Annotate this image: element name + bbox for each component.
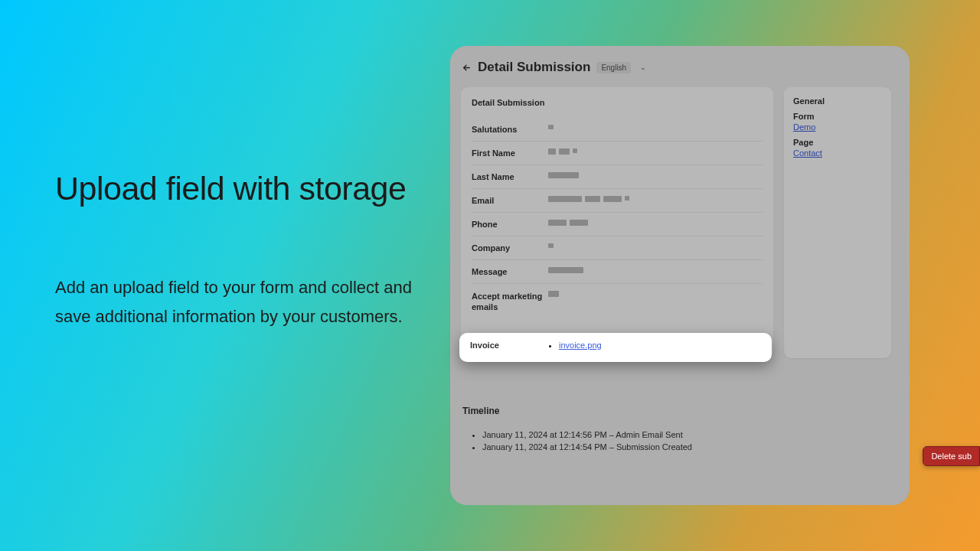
timeline-list: January 11, 2024 at 12:14:56 PM – Admin … [461, 430, 773, 452]
page-label: Page [793, 138, 882, 147]
promo-title: Upload field with storage [55, 170, 430, 207]
timeline-item: January 11, 2024 at 12:14:56 PM – Admin … [482, 430, 773, 439]
promo-body: Add an upload field to your form and col… [55, 273, 430, 331]
submission-card-title: Detail Submission [472, 98, 763, 107]
field-message: Message [472, 260, 763, 284]
language-badge[interactable]: English [596, 62, 631, 73]
submission-card: Detail Submission Salutations First Name… [461, 87, 773, 358]
field-accept-marketing: Accept marketing emails [472, 284, 763, 320]
field-salutations: Salutations [472, 118, 763, 142]
timeline-item: January 11, 2024 at 12:14:54 PM – Submis… [482, 442, 773, 452]
chevron-down-icon[interactable]: ⌄ [640, 64, 646, 71]
field-phone: Phone [472, 213, 763, 236]
invoice-file-link[interactable]: invoice.png [559, 341, 602, 350]
field-invoice-highlight: Invoice invoice.png [459, 333, 772, 362]
delete-submission-button[interactable]: Delete sub [923, 446, 980, 466]
app-screenshot-panel: Detail Submission English ⌄ Detail Submi… [450, 46, 910, 505]
page-title: Detail Submission [478, 60, 590, 75]
field-first-name: First Name [472, 142, 763, 165]
page-link[interactable]: Contact [793, 148, 822, 158]
general-card: General Form Demo Page Contact [784, 87, 891, 358]
timeline-title: Timeline [462, 406, 773, 416]
field-company: Company [472, 236, 763, 260]
form-label: Form [793, 112, 882, 121]
general-title: General [793, 96, 882, 106]
field-email: Email [472, 189, 763, 213]
form-link[interactable]: Demo [793, 122, 815, 132]
field-last-name: Last Name [472, 165, 763, 189]
back-arrow-icon[interactable] [461, 62, 472, 73]
